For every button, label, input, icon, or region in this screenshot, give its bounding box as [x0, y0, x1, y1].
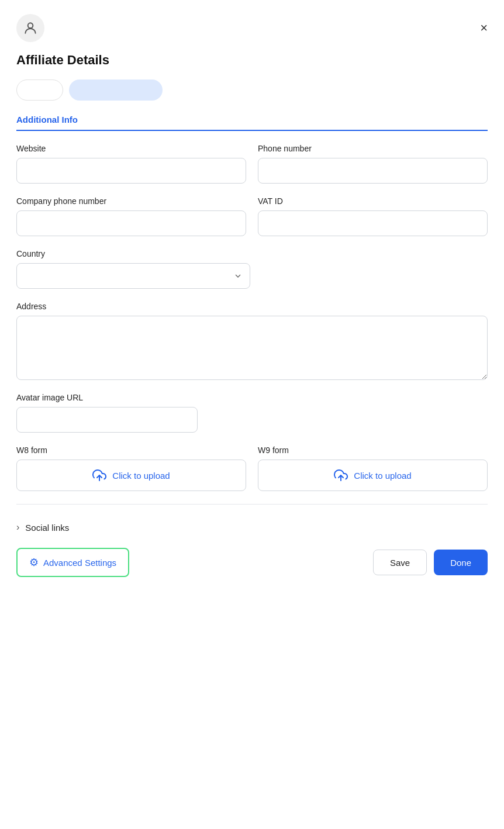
w8-group: W8 form Click to upload: [16, 445, 246, 491]
address-row: Address: [16, 302, 488, 380]
section-tab: Additional Info: [16, 115, 488, 131]
address-group: Address: [16, 302, 488, 380]
gear-icon: ⚙: [29, 556, 39, 569]
close-button[interactable]: ×: [480, 22, 488, 34]
address-label: Address: [16, 302, 488, 311]
w8-label: W8 form: [16, 445, 246, 455]
avatar-url-row: Avatar image URL: [16, 393, 488, 433]
w9-label: W9 form: [258, 445, 488, 455]
country-label: Country: [16, 249, 250, 258]
address-textarea[interactable]: [16, 316, 488, 380]
phone-input[interactable]: [258, 158, 488, 184]
w9-group: W9 form Click to upload: [258, 445, 488, 491]
chevron-right-icon: ›: [16, 522, 19, 533]
save-button[interactable]: Save: [373, 550, 427, 575]
svg-point-0: [28, 23, 33, 28]
tab-2[interactable]: [69, 80, 163, 101]
website-phone-row: Website Phone number: [16, 144, 488, 184]
phone-group: Phone number: [258, 144, 488, 184]
vat-id-label: VAT ID: [258, 196, 488, 206]
social-links-label: Social links: [25, 523, 69, 533]
country-group: Country: [16, 249, 250, 289]
avatar-url-input[interactable]: [16, 407, 198, 433]
w8-upload-button[interactable]: Click to upload: [16, 460, 246, 491]
advanced-settings-label: Advanced Settings: [43, 558, 116, 568]
modal-header: ×: [16, 0, 488, 42]
phone-label: Phone number: [258, 144, 488, 153]
website-group: Website: [16, 144, 246, 184]
w9-upload-button[interactable]: Click to upload: [258, 460, 488, 491]
website-label: Website: [16, 144, 246, 153]
avatar-icon: [16, 14, 44, 42]
upload-icon-w8: [92, 468, 106, 482]
avatar-url-group: Avatar image URL: [16, 393, 198, 433]
company-phone-label: Company phone number: [16, 196, 246, 206]
country-select[interactable]: [16, 263, 250, 289]
modal-container: × Affiliate Details Additional Info Webs…: [0, 0, 504, 829]
upload-icon-w9: [334, 468, 348, 482]
footer-actions: Save Done: [373, 550, 488, 575]
footer: ⚙ Advanced Settings Save Done: [16, 548, 488, 577]
tab-1[interactable]: [16, 80, 63, 101]
done-button[interactable]: Done: [434, 550, 488, 575]
w8-upload-label: Click to upload: [112, 471, 170, 481]
company-phone-vat-row: Company phone number VAT ID: [16, 196, 488, 236]
modal-title: Affiliate Details: [16, 53, 488, 68]
tabs-row: [16, 80, 488, 101]
avatar-url-label: Avatar image URL: [16, 393, 198, 402]
company-phone-group: Company phone number: [16, 196, 246, 236]
advanced-settings-button[interactable]: ⚙ Advanced Settings: [16, 548, 129, 577]
section-tab-label: Additional Info: [16, 115, 78, 125]
country-row: Country: [16, 249, 488, 289]
vat-id-input[interactable]: [258, 210, 488, 236]
w8-w9-row: W8 form Click to upload W9 form: [16, 445, 488, 491]
website-input[interactable]: [16, 158, 246, 184]
divider: [16, 504, 488, 505]
vat-id-group: VAT ID: [258, 196, 488, 236]
social-links-row[interactable]: › Social links: [16, 516, 488, 538]
company-phone-input[interactable]: [16, 210, 246, 236]
w9-upload-label: Click to upload: [354, 471, 411, 481]
